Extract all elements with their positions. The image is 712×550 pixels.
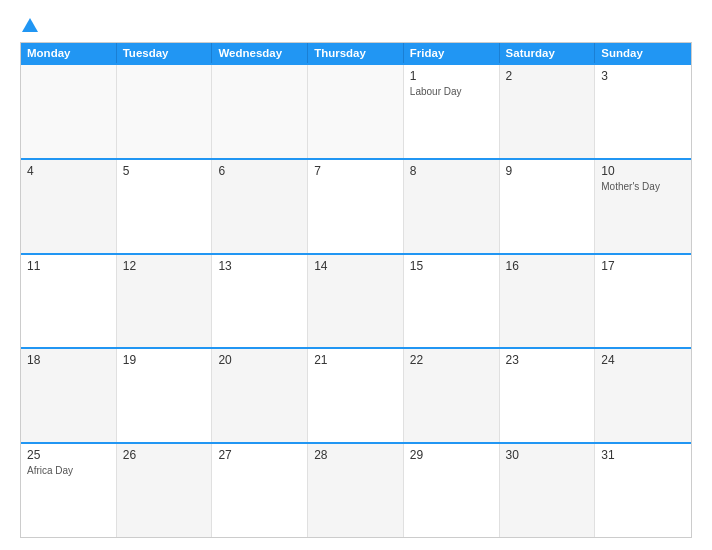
- calendar-cell: 11: [21, 255, 117, 348]
- day-number: 28: [314, 448, 397, 462]
- header-sunday: Sunday: [595, 43, 691, 63]
- calendar-cell: 21: [308, 349, 404, 442]
- logo: [20, 18, 38, 32]
- day-number: 15: [410, 259, 493, 273]
- day-number: 13: [218, 259, 301, 273]
- page-header: [20, 18, 692, 32]
- day-number: 29: [410, 448, 493, 462]
- calendar-cell: 17: [595, 255, 691, 348]
- day-number: 30: [506, 448, 589, 462]
- calendar-row-3: 11121314151617: [21, 253, 691, 348]
- calendar-cell: 29: [404, 444, 500, 537]
- calendar-cell: 10Mother's Day: [595, 160, 691, 253]
- day-number: 8: [410, 164, 493, 178]
- header-wednesday: Wednesday: [212, 43, 308, 63]
- header-monday: Monday: [21, 43, 117, 63]
- logo-triangle-icon: [22, 18, 38, 32]
- day-number: 19: [123, 353, 206, 367]
- calendar-cell: 4: [21, 160, 117, 253]
- calendar-cell: 24: [595, 349, 691, 442]
- header-thursday: Thursday: [308, 43, 404, 63]
- day-number: 20: [218, 353, 301, 367]
- day-number: 5: [123, 164, 206, 178]
- day-number: 10: [601, 164, 685, 178]
- calendar-cell: 16: [500, 255, 596, 348]
- day-event: Mother's Day: [601, 181, 685, 192]
- day-number: 3: [601, 69, 685, 83]
- calendar-cell: [308, 65, 404, 158]
- calendar-cell: 3: [595, 65, 691, 158]
- calendar-cell: 25Africa Day: [21, 444, 117, 537]
- day-number: 14: [314, 259, 397, 273]
- calendar-cell: 1Labour Day: [404, 65, 500, 158]
- day-number: 27: [218, 448, 301, 462]
- day-number: 11: [27, 259, 110, 273]
- calendar-cell: 7: [308, 160, 404, 253]
- calendar-cell: 28: [308, 444, 404, 537]
- calendar-page: Monday Tuesday Wednesday Thursday Friday…: [0, 0, 712, 550]
- day-number: 21: [314, 353, 397, 367]
- day-number: 2: [506, 69, 589, 83]
- day-event: Labour Day: [410, 86, 493, 97]
- calendar-cell: 20: [212, 349, 308, 442]
- header-tuesday: Tuesday: [117, 43, 213, 63]
- day-number: 31: [601, 448, 685, 462]
- calendar-cell: [117, 65, 213, 158]
- day-number: 12: [123, 259, 206, 273]
- day-number: 9: [506, 164, 589, 178]
- day-number: 24: [601, 353, 685, 367]
- calendar-cell: 9: [500, 160, 596, 253]
- calendar-cell: 27: [212, 444, 308, 537]
- calendar-cell: 13: [212, 255, 308, 348]
- calendar-cell: [21, 65, 117, 158]
- calendar-row-4: 18192021222324: [21, 347, 691, 442]
- day-number: 16: [506, 259, 589, 273]
- day-number: 22: [410, 353, 493, 367]
- day-number: 6: [218, 164, 301, 178]
- calendar-cell: 30: [500, 444, 596, 537]
- calendar-cell: 2: [500, 65, 596, 158]
- calendar-body: 1Labour Day2345678910Mother's Day1112131…: [21, 63, 691, 537]
- day-number: 26: [123, 448, 206, 462]
- day-number: 4: [27, 164, 110, 178]
- calendar-row-5: 25Africa Day262728293031: [21, 442, 691, 537]
- calendar-cell: 22: [404, 349, 500, 442]
- day-event: Africa Day: [27, 465, 110, 476]
- calendar-cell: 12: [117, 255, 213, 348]
- calendar-cell: 23: [500, 349, 596, 442]
- header-friday: Friday: [404, 43, 500, 63]
- calendar-cell: 31: [595, 444, 691, 537]
- calendar-cell: 15: [404, 255, 500, 348]
- calendar-header: Monday Tuesday Wednesday Thursday Friday…: [21, 43, 691, 63]
- calendar-row-2: 45678910Mother's Day: [21, 158, 691, 253]
- header-saturday: Saturday: [500, 43, 596, 63]
- calendar-cell: 6: [212, 160, 308, 253]
- day-number: 1: [410, 69, 493, 83]
- day-number: 25: [27, 448, 110, 462]
- calendar-cell: 14: [308, 255, 404, 348]
- calendar-cell: [212, 65, 308, 158]
- calendar: Monday Tuesday Wednesday Thursday Friday…: [20, 42, 692, 538]
- calendar-cell: 18: [21, 349, 117, 442]
- calendar-cell: 8: [404, 160, 500, 253]
- calendar-cell: 19: [117, 349, 213, 442]
- day-number: 23: [506, 353, 589, 367]
- day-number: 7: [314, 164, 397, 178]
- day-number: 18: [27, 353, 110, 367]
- calendar-cell: 26: [117, 444, 213, 537]
- calendar-cell: 5: [117, 160, 213, 253]
- calendar-row-1: 1Labour Day23: [21, 63, 691, 158]
- day-number: 17: [601, 259, 685, 273]
